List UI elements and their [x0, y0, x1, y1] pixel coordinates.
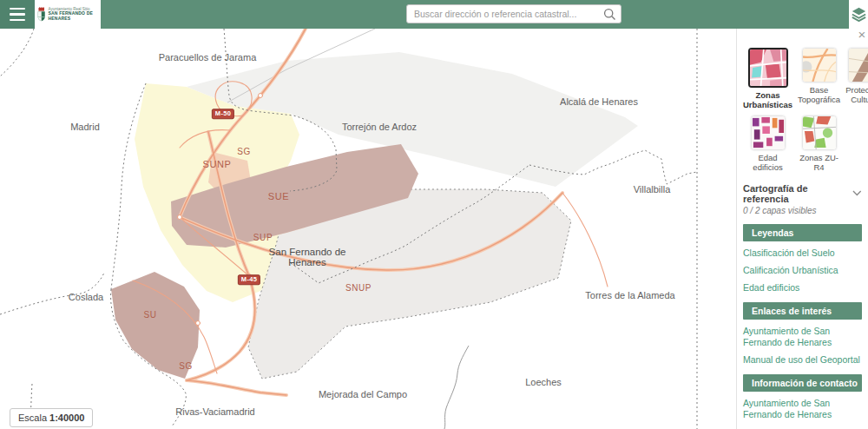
scale-indicator: Escala 1:40000	[10, 408, 93, 427]
layer-thumbnail	[802, 116, 837, 150]
city-line2: Henares	[288, 257, 326, 267]
layer-thumbnail	[751, 116, 786, 150]
layer-label: Zonas Urbanísticas	[743, 90, 792, 110]
layer-label: Base Topográfica	[798, 85, 840, 105]
place-label: Torrejón de Ardoz	[342, 122, 417, 132]
boundary-solid	[444, 346, 469, 429]
section-header-leyendas: Leyendas	[743, 224, 862, 241]
scale-label: Escala	[18, 412, 47, 423]
section-header-enlaces: Enlaces de interés	[743, 302, 862, 320]
scale-value: 1:40000	[49, 412, 84, 423]
layers-icon	[852, 7, 866, 22]
link-ayuntamiento[interactable]: Ayuntamiento de San Fernando de Henares	[743, 326, 862, 348]
layer-option-zonas-zu-r4[interactable]: Zonas ZU-R4	[798, 116, 840, 173]
place-label: Villalbilla	[634, 184, 671, 195]
app-logo[interactable]: Ayuntamiento Real Sitio SAN FERNANDO DE …	[35, 0, 101, 29]
map-canvas[interactable]	[0, 29, 736, 429]
layer-thumbnail	[802, 48, 837, 82]
place-label: Rivas-Vaciamadrid	[175, 406, 255, 417]
zone-label: SUE	[268, 191, 289, 201]
contact-link-ayuntamiento[interactable]: Ayuntamiento de San Fernando de Henares	[743, 398, 862, 420]
city-crest-icon	[37, 5, 45, 24]
search-box	[406, 4, 621, 23]
place-label: Mejorada del Campo	[319, 389, 407, 399]
layer-thumbnail	[748, 48, 788, 88]
city-line1: San Fernando de	[269, 247, 346, 257]
road-badge-m45: M-45	[238, 274, 260, 285]
chevron-down-icon	[852, 190, 862, 196]
legend-link-edad-edificios[interactable]: Edad edificios	[743, 282, 862, 294]
zone-label: SG	[179, 361, 193, 371]
place-label: Madrid	[70, 122, 100, 132]
logo-line2: SAN FERNANDO DE HENARES	[48, 11, 98, 21]
layer-option-base-topografica[interactable]: Base Topográfica	[798, 48, 840, 110]
menu-button[interactable]	[0, 0, 35, 29]
search-icon	[603, 8, 616, 21]
hamburger-icon	[10, 6, 25, 23]
place-label: Paracuellos de Jarama	[159, 52, 257, 63]
logo-text: Ayuntamiento Real Sitio SAN FERNANDO DE …	[48, 8, 98, 22]
zone-label: SNUP	[345, 283, 372, 293]
layers-toggle-button[interactable]	[849, 0, 868, 29]
zone-label: SG	[237, 147, 251, 156]
search-button[interactable]	[598, 5, 621, 23]
map-area[interactable]	[0, 29, 736, 429]
layers-panel: × Zonas Urbanísticas	[736, 29, 868, 429]
link-manual-geoportal[interactable]: Manual de uso del Geoportal	[743, 354, 862, 366]
top-bar: Ayuntamiento Real Sitio SAN FERNANDO DE …	[0, 0, 849, 29]
layer-label: Zonas ZU-R4	[798, 153, 840, 173]
cartography-title: Cartografía de referencia	[743, 183, 852, 204]
layers-visible-status: 0 / 2 capas visibles	[743, 206, 862, 215]
zone-label: SUP	[253, 233, 273, 242]
close-icon[interactable]: ×	[856, 29, 868, 41]
section-header-contacto: Información de contacto	[743, 374, 862, 392]
layer-label: Edad edificios	[743, 153, 792, 173]
city-label: San Fernando deHenares	[269, 247, 346, 267]
layer-thumbnails: Zonas Urbanísticas Base Topográfica	[743, 48, 862, 173]
layer-option-proteccion-cultural[interactable]: Protección Cultural	[845, 48, 868, 110]
place-label: Coslada	[69, 292, 103, 302]
place-label: Loeches	[525, 377, 562, 387]
layer-option-zonas-urbanisticas[interactable]: Zonas Urbanísticas	[743, 48, 792, 110]
map-zones	[111, 52, 638, 379]
zone-label: SUNP	[203, 159, 232, 169]
place-label: Torres de la Alameda	[585, 290, 674, 300]
place-label: Alcalá de Henares	[560, 96, 638, 107]
cartography-section-toggle[interactable]: Cartografía de referencia	[743, 183, 862, 204]
legend-link-clasificacion-suelo[interactable]: Clasificación del Suelo	[743, 248, 862, 259]
road-badge-m50: M-50	[212, 109, 234, 119]
legend-link-calificacion-urbanistica[interactable]: Calificación Urbanística	[743, 265, 862, 276]
search-input[interactable]	[407, 9, 598, 19]
layer-option-edad-edificios[interactable]: Edad edificios	[743, 116, 792, 173]
zone-label: SU	[143, 310, 156, 320]
layer-label: Protección Cultural	[845, 85, 868, 105]
layer-thumbnail	[848, 48, 868, 82]
